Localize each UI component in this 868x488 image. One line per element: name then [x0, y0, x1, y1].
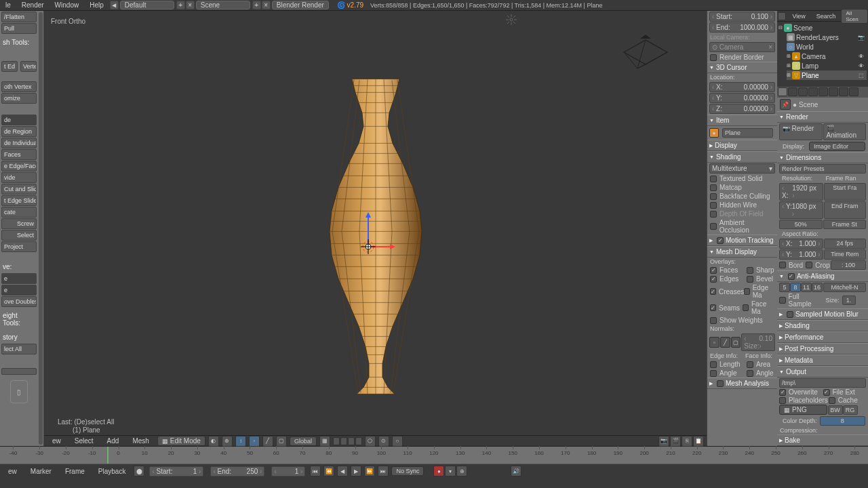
- tl-speaker-icon[interactable]: 🔊: [511, 466, 521, 476]
- post-panel-header[interactable]: ▶Post Processing: [777, 343, 868, 354]
- frame-start-field[interactable]: Start Fra: [824, 183, 867, 201]
- shading-r-panel-header[interactable]: ▶Shading: [777, 320, 868, 331]
- item-panel-header[interactable]: ▼Item: [707, 115, 777, 126]
- ov-show-weights-chk[interactable]: [710, 317, 717, 324]
- smb-panel-header[interactable]: ▶Sampled Motion Blur: [777, 308, 868, 320]
- tree-world[interactable]: ○World: [787, 42, 867, 52]
- tool-pull[interactable]: Pull: [1, 23, 37, 34]
- tree-plane[interactable]: ⊞▽Plane⬚: [787, 70, 867, 80]
- normal-f-icon[interactable]: ▢: [731, 337, 741, 348]
- tl-playback-menu[interactable]: Playback: [93, 468, 132, 475]
- screen-layout-dropdown[interactable]: Default: [120, 1, 174, 9]
- vh-mesh-menu[interactable]: Mesh: [127, 437, 154, 445]
- vh-select-menu[interactable]: Select: [69, 437, 99, 445]
- tool-randomize[interactable]: omize: [1, 93, 37, 104]
- frame-end-field[interactable]: End Fram: [824, 201, 867, 219]
- mesh-analysis-header[interactable]: ▶Mesh Analysis: [707, 378, 777, 389]
- ei-angle-chk[interactable]: [710, 370, 717, 377]
- border-checkbox[interactable]: [779, 262, 786, 268]
- tool-vertex[interactable]: Vertex: [20, 61, 37, 72]
- world-tab-icon[interactable]: [808, 87, 818, 96]
- format-dropdown[interactable]: ▦ PNG: [779, 405, 827, 415]
- display-dropdown[interactable]: Image Editor: [809, 142, 865, 151]
- normal-e-icon[interactable]: ╱: [720, 337, 730, 348]
- cursor-y-field[interactable]: Y:0.00000: [709, 93, 775, 103]
- tl-next-key-icon[interactable]: ⏩: [364, 466, 375, 476]
- view-end-field[interactable]: End:1000.000: [709, 22, 775, 33]
- outliner-editor-icon[interactable]: [778, 12, 786, 20]
- hidden-wire-checkbox[interactable]: [710, 202, 717, 209]
- tool-screw[interactable]: Screw: [1, 218, 37, 229]
- tl-current-field[interactable]: 1: [271, 466, 305, 476]
- object-tab-icon[interactable]: [818, 87, 828, 96]
- tool-knife-project[interactable]: Project: [1, 241, 37, 252]
- output-path-field[interactable]: /tmp\: [779, 378, 866, 388]
- pivot-icon[interactable]: ⊕: [222, 436, 233, 447]
- aa-5-button[interactable]: 5: [779, 283, 790, 292]
- fps-field[interactable]: 24 fps: [824, 239, 867, 249]
- rgb-button[interactable]: RG: [843, 405, 858, 415]
- performance-panel-header[interactable]: ▶Performance: [777, 331, 868, 343]
- tool-extrude-individual[interactable]: de Individual: [1, 138, 37, 148]
- aa-16-button[interactable]: 16: [812, 283, 823, 292]
- vertex-select-icon[interactable]: ▫: [249, 436, 260, 447]
- pin-context-icon[interactable]: 📌: [780, 99, 791, 110]
- layer-buttons[interactable]: [333, 437, 362, 445]
- ov-sharp-chk[interactable]: [747, 267, 753, 274]
- paste-icon[interactable]: 📋: [693, 436, 704, 447]
- render-anim-icon[interactable]: 🎬: [670, 436, 681, 447]
- render-presets-dropdown[interactable]: Render Presets: [779, 164, 866, 174]
- mode-dropdown[interactable]: ▦ Edit Mode: [157, 436, 205, 446]
- fi-angle-chk[interactable]: [747, 370, 753, 377]
- tl-key-add-icon[interactable]: ⊕: [456, 466, 467, 476]
- fileext-checkbox[interactable]: [823, 389, 830, 396]
- res-x-field[interactable]: X:1920 px: [779, 183, 823, 201]
- copy-icon[interactable]: ⎘: [682, 436, 692, 447]
- tool-cut-slide[interactable]: Cut and Slide: [1, 184, 37, 195]
- matcap-checkbox[interactable]: [710, 184, 717, 191]
- placeholders-checkbox[interactable]: [779, 397, 786, 404]
- aa-11-button[interactable]: 11: [801, 283, 812, 292]
- metadata-panel-header[interactable]: ▶Metadata: [777, 354, 868, 366]
- aa-panel-header[interactable]: ▼Anti-Aliasing: [777, 270, 868, 282]
- item-name-field[interactable]: Plane: [722, 128, 773, 138]
- animation-button[interactable]: 🎬 Animation: [823, 123, 867, 140]
- time-remap-field[interactable]: Time Rem: [824, 249, 867, 260]
- dimensions-panel-header[interactable]: ▼Dimensions: [777, 152, 868, 163]
- render-border-checkbox[interactable]: [710, 54, 717, 61]
- outliner-filter-dropdown[interactable]: All Scen: [841, 9, 868, 24]
- ov-seams-chk[interactable]: [710, 304, 716, 311]
- fi-area-chk[interactable]: [747, 361, 753, 368]
- add-layout-icon[interactable]: +: [176, 1, 185, 9]
- add-scene-icon[interactable]: +: [252, 1, 261, 9]
- ov-edgemark-chk[interactable]: [744, 288, 749, 295]
- pin-icon[interactable]: ●: [709, 128, 719, 138]
- render-engine-dropdown[interactable]: Blender Render: [272, 1, 329, 9]
- cursor-x-field[interactable]: X:0.00000: [709, 82, 775, 92]
- scene-dropdown[interactable]: Scene: [196, 1, 250, 9]
- data-tab-icon[interactable]: [849, 87, 859, 96]
- tl-marker-menu[interactable]: Marker: [25, 468, 57, 475]
- shading-panel-header[interactable]: ▼Shading: [707, 151, 777, 163]
- display-panel-header[interactable]: ▶Display: [707, 140, 777, 151]
- render-tab-icon[interactable]: [778, 87, 787, 96]
- constraint-tab-icon[interactable]: [829, 87, 838, 96]
- layers-icon[interactable]: ▦: [319, 436, 330, 447]
- tool-dropdown-1[interactable]: e: [1, 273, 37, 284]
- tree-lamp[interactable]: ⊞☀Lamp👁: [787, 61, 867, 70]
- tl-record-icon[interactable]: ⬤: [134, 466, 144, 476]
- tool-extrude-region[interactable]: de Region: [1, 126, 37, 137]
- orientation-dropdown[interactable]: Global: [290, 436, 317, 446]
- old-100-field[interactable]: : 100: [831, 260, 866, 270]
- bake-panel-header[interactable]: ▶Bake: [777, 434, 868, 446]
- ov-edges-chk[interactable]: [710, 276, 717, 283]
- aspect-y-field[interactable]: Y:1.000: [779, 249, 823, 260]
- tool-remove-doubles[interactable]: ove Doubles: [1, 296, 37, 307]
- tl-start-field[interactable]: Start:1: [149, 466, 203, 476]
- tool-duplicate[interactable]: cate: [1, 207, 37, 218]
- manipulator-icon[interactable]: ↕: [235, 436, 246, 447]
- back-to-previous-icon[interactable]: ◄: [110, 1, 119, 9]
- face-select-icon[interactable]: ▢: [276, 436, 287, 447]
- tl-prev-key-icon[interactable]: ⏪: [323, 466, 334, 476]
- overwrite-checkbox[interactable]: [779, 389, 786, 396]
